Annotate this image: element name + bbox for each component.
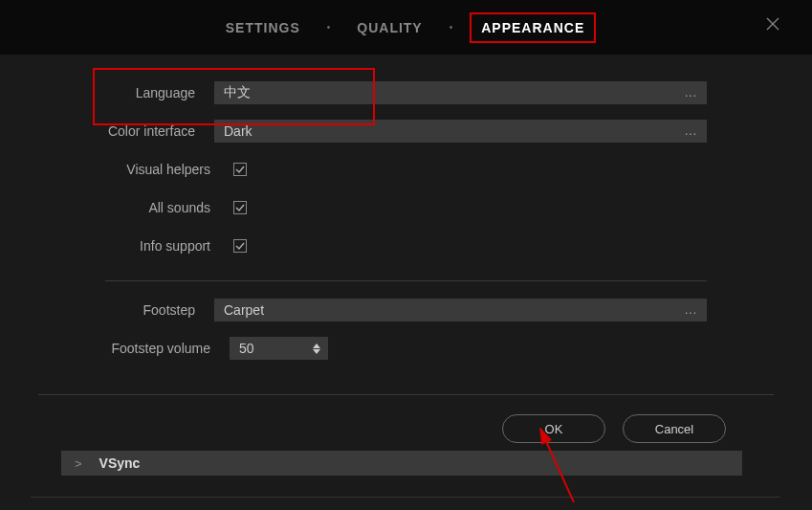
label-info-support: Info support <box>105 238 230 254</box>
svg-marker-3 <box>313 349 320 354</box>
row-language: Language 中文 ... <box>105 74 707 112</box>
checkmark-icon <box>235 203 245 212</box>
vsync-label: VSync <box>99 455 141 471</box>
ok-button[interactable]: OK <box>502 414 605 443</box>
dropdown-dots-icon: ... <box>685 86 697 100</box>
info-support-checkbox[interactable] <box>233 239 247 253</box>
spinner-arrows-icon <box>313 344 320 354</box>
tab-settings[interactable]: SETTINGS <box>216 14 310 41</box>
button-row: OK Cancel <box>38 395 774 443</box>
row-footstep-volume: Footstep volume 50 <box>105 329 707 367</box>
label-footstep-volume: Footstep volume <box>105 341 230 356</box>
row-info-support: Info support <box>105 227 707 265</box>
section-divider <box>105 280 707 281</box>
language-value: 中文 <box>224 84 251 101</box>
dropdown-dots-icon: ... <box>685 124 697 138</box>
label-color-interface: Color interface <box>105 123 214 139</box>
visual-helpers-checkbox[interactable] <box>233 163 247 176</box>
row-visual-helpers: Visual helpers <box>105 150 707 188</box>
row-all-sounds: All sounds <box>105 188 707 227</box>
tab-separator: • <box>327 22 331 33</box>
footstep-value: Carpet <box>224 302 264 318</box>
top-bar: SETTINGS • QUALITY • APPEARANCE <box>0 0 812 55</box>
tab-separator: • <box>450 22 453 33</box>
background-divider <box>31 497 780 498</box>
label-all-sounds: All sounds <box>105 200 230 215</box>
chevron-right-icon: > <box>75 456 82 471</box>
close-button[interactable] <box>766 17 785 36</box>
tabs-container: SETTINGS • QUALITY • APPEARANCE <box>216 12 597 43</box>
tab-quality[interactable]: QUALITY <box>347 14 431 41</box>
language-dropdown[interactable]: 中文 ... <box>214 81 707 104</box>
footstep-volume-value: 50 <box>239 341 254 356</box>
label-visual-helpers: Visual helpers <box>105 162 230 177</box>
dropdown-dots-icon: ... <box>685 303 697 317</box>
checkmark-icon <box>235 165 245 174</box>
tab-appearance[interactable]: APPEARANCE <box>470 12 596 43</box>
row-footstep: Footstep Carpet ... <box>105 291 707 329</box>
settings-panel: Language 中文 ... Color interface Dark ...… <box>0 55 812 443</box>
footstep-volume-spinner[interactable]: 50 <box>230 337 328 360</box>
all-sounds-checkbox[interactable] <box>233 201 247 214</box>
cancel-button[interactable]: Cancel <box>623 414 726 443</box>
color-interface-value: Dark <box>224 123 252 139</box>
label-footstep: Footstep <box>105 302 214 318</box>
label-language: Language <box>105 85 214 100</box>
background-vsync-row[interactable]: > VSync <box>61 451 742 476</box>
close-icon <box>766 17 779 31</box>
footstep-dropdown[interactable]: Carpet ... <box>214 299 707 322</box>
svg-marker-2 <box>313 344 320 348</box>
row-color-interface: Color interface Dark ... <box>105 112 707 150</box>
checkmark-icon <box>235 241 245 251</box>
color-interface-dropdown[interactable]: Dark ... <box>214 120 707 143</box>
